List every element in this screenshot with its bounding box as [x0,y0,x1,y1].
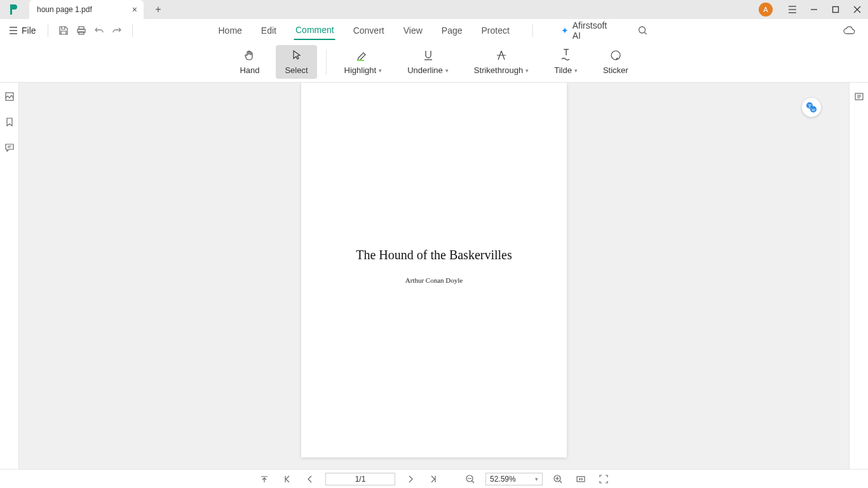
hamburger-icon [9,26,18,35]
tool-hand[interactable]: Hand [231,45,268,79]
menu-home[interactable]: Home [217,22,243,39]
hand-icon [243,49,256,62]
cursor-icon [290,49,303,62]
comments-icon[interactable] [4,142,15,152]
search-button[interactable] [635,22,651,39]
divider [48,24,48,37]
svg-point-6 [611,51,620,60]
left-rail [0,83,19,469]
menu-convert[interactable]: Convert [352,22,386,39]
tool-underline[interactable]: Underline▾ [398,45,458,79]
sticker-icon [609,49,622,62]
toolbar: Hand Select Highlight▾ Underline▾ Strike… [0,42,868,83]
cloud-button[interactable] [843,25,868,36]
tab-title: houn page 1.pdf [37,5,92,14]
highlighter-icon [356,49,370,62]
ai-button[interactable]: ✦ Afirstsoft AI [555,18,618,43]
document-title: The Hound of the Baskervilles [301,248,567,262]
file-menu[interactable]: File [4,23,41,38]
divider [132,24,133,37]
main-area: The Hound of the Baskervilles Arthur Con… [0,83,868,469]
divider [326,50,327,75]
svg-rect-3 [79,32,84,34]
new-tab-button[interactable]: + [149,0,168,19]
app-menu-button[interactable] [782,0,803,19]
strikethrough-icon [495,49,508,62]
file-label: File [22,25,36,36]
last-page-icon[interactable] [426,475,441,484]
tool-strikethrough[interactable]: Strikethrough▾ [465,45,538,79]
zoom-out-icon[interactable] [463,474,478,484]
redo-button[interactable] [108,22,126,39]
sparkle-icon: ✦ [561,25,569,36]
avatar[interactable]: A [759,3,773,17]
app-logo [5,1,23,18]
svg-point-4 [639,27,646,33]
svg-rect-0 [833,7,839,13]
menu-view[interactable]: View [402,22,424,39]
menu-page[interactable]: Page [440,22,464,39]
tab-close-icon[interactable]: × [132,4,137,15]
translate-badge[interactable]: 文W [802,98,821,117]
save-button[interactable] [55,22,72,39]
tilde-icon: T [559,49,573,62]
prev-page-icon[interactable] [302,475,318,484]
right-rail [849,83,868,469]
chevron-down-icon: ▾ [535,476,538,482]
maximize-button[interactable] [825,0,846,19]
document-author: Arthur Conan Doyle [301,276,567,284]
thumbnails-icon[interactable] [4,92,15,102]
minimize-button[interactable] [803,0,825,19]
ai-label: Afirstsoft AI [573,20,612,41]
undo-button[interactable] [90,22,108,39]
svg-text:T: T [563,49,569,57]
menubar: Home Edit Comment Convert View Page Prot… [217,18,651,43]
titlebar: houn page 1.pdf × + A [0,0,868,19]
pdf-page: The Hound of the Baskervilles Arthur Con… [301,83,567,458]
fit-width-icon[interactable] [573,474,588,484]
scroll-top-icon[interactable] [257,475,272,484]
chevron-down-icon: ▾ [574,67,578,74]
document-canvas[interactable]: The Hound of the Baskervilles Arthur Con… [19,83,849,469]
svg-text:W: W [811,108,815,112]
chevron-down-icon: ▾ [526,67,529,74]
tool-select[interactable]: Select [276,45,316,79]
first-page-icon[interactable] [280,475,295,484]
tool-tilde[interactable]: T Tilde▾ [545,45,587,79]
tool-highlight[interactable]: Highlight▾ [336,45,391,79]
fit-page-icon[interactable] [596,474,611,484]
zoom-in-icon[interactable] [550,474,566,484]
print-button[interactable] [72,22,90,39]
statusbar: 52.59% ▾ [0,469,868,488]
menu-edit[interactable]: Edit [260,22,278,39]
close-button[interactable] [846,0,868,19]
page-number-input[interactable] [325,473,395,485]
chevron-down-icon: ▾ [379,67,382,74]
menu-comment[interactable]: Comment [294,21,336,40]
bookmark-icon[interactable] [4,117,15,127]
document-tab[interactable]: houn page 1.pdf × [29,0,144,19]
divider [532,24,533,37]
zoom-select[interactable]: 52.59% ▾ [485,473,543,485]
menu-protect[interactable]: Protect [480,22,511,39]
properties-icon[interactable] [854,92,864,102]
underline-icon [422,49,435,62]
next-page-icon[interactable] [403,475,418,484]
tool-sticker[interactable]: Sticker [594,45,637,79]
chevron-down-icon: ▾ [445,67,449,74]
